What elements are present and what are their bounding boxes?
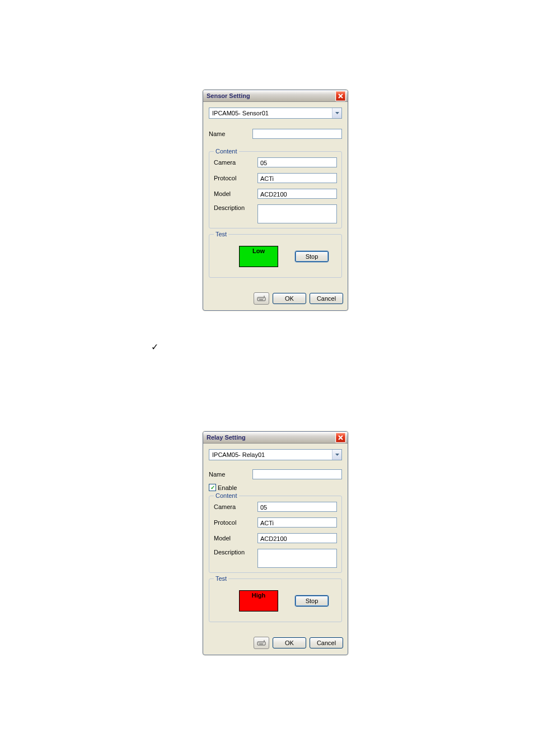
- model-label: Model: [214, 535, 257, 542]
- keyboard-icon: [257, 296, 266, 301]
- test-group: Test Low Stop: [209, 234, 342, 278]
- cancel-button[interactable]: Cancel: [310, 293, 343, 304]
- name-label: Name: [209, 130, 252, 137]
- protocol-value: ACTi: [257, 517, 337, 528]
- protocol-label: Protocol: [214, 519, 257, 526]
- protocol-value: ACTi: [257, 173, 337, 183]
- description-label: Description: [214, 549, 257, 556]
- titlebar[interactable]: Sensor Setting: [203, 90, 348, 102]
- model-value: ACD2100: [257, 189, 337, 199]
- dialog-title: Relay Setting: [207, 434, 246, 441]
- description-textarea[interactable]: [257, 204, 337, 223]
- camera-label: Camera: [214, 503, 257, 510]
- content-group: Content Camera 05 Protocol ACTi Model AC…: [209, 496, 342, 573]
- stop-button[interactable]: Stop: [295, 595, 329, 606]
- name-input[interactable]: [252, 129, 342, 139]
- close-icon: [338, 435, 343, 440]
- cancel-button[interactable]: Cancel: [310, 637, 343, 648]
- enable-checkbox[interactable]: ✓: [209, 484, 216, 491]
- model-value: ACD2100: [257, 533, 337, 543]
- titlebar[interactable]: Relay Setting: [203, 432, 348, 444]
- camera-value: 05: [257, 502, 337, 512]
- dropdown-arrow[interactable]: [332, 450, 341, 460]
- svg-rect-7: [257, 642, 265, 645]
- chevron-down-icon: [335, 112, 339, 114]
- stop-button[interactable]: Stop: [295, 251, 329, 262]
- test-status-text: High: [252, 592, 265, 599]
- sensor-selector-dropdown[interactable]: IPCAM05- Sensor01: [209, 108, 342, 119]
- relay-selector-value: IPCAM05- Relay01: [212, 451, 265, 458]
- check-icon: ✓: [210, 485, 215, 491]
- dialog-title: Sensor Setting: [207, 92, 250, 99]
- test-legend: Test: [214, 575, 228, 582]
- camera-label: Camera: [214, 159, 257, 166]
- dialog-footer: OK Cancel: [203, 633, 348, 655]
- chevron-down-icon: [335, 454, 339, 456]
- dropdown-arrow[interactable]: [332, 108, 341, 118]
- sensor-setting-dialog: Sensor Setting IPCAM05- Sensor01 Name Co…: [203, 90, 348, 311]
- description-textarea[interactable]: [257, 549, 337, 568]
- test-group: Test High Stop: [209, 578, 342, 622]
- checkmark-icon: ✓: [151, 342, 158, 352]
- dialog-footer: OK Cancel: [203, 289, 348, 310]
- close-icon: [338, 94, 343, 99]
- protocol-label: Protocol: [214, 175, 257, 181]
- enable-label: Enable: [218, 484, 237, 491]
- test-status-text: Low: [252, 248, 265, 254]
- content-group: Content Camera 05 Protocol ACTi Model AC…: [209, 151, 342, 228]
- keyboard-button[interactable]: [254, 637, 269, 649]
- svg-rect-0: [257, 297, 265, 301]
- model-label: Model: [214, 190, 257, 197]
- name-input[interactable]: [252, 469, 342, 479]
- camera-value: 05: [257, 157, 337, 167]
- test-legend: Test: [214, 231, 228, 237]
- test-status-indicator: Low: [239, 246, 278, 267]
- ok-button[interactable]: OK: [273, 293, 306, 304]
- keyboard-button[interactable]: [254, 292, 269, 305]
- content-legend: Content: [214, 148, 239, 155]
- keyboard-icon: [257, 640, 266, 646]
- sensor-selector-value: IPCAM05- Sensor01: [212, 110, 269, 116]
- close-button[interactable]: [335, 432, 346, 443]
- relay-setting-dialog: Relay Setting IPCAM05- Relay01 Name ✓ En…: [203, 431, 348, 655]
- test-status-indicator: High: [239, 590, 278, 612]
- close-button[interactable]: [335, 91, 346, 101]
- relay-selector-dropdown[interactable]: IPCAM05- Relay01: [209, 449, 342, 460]
- content-legend: Content: [214, 492, 239, 499]
- ok-button[interactable]: OK: [273, 637, 306, 648]
- description-label: Description: [214, 204, 257, 211]
- name-label: Name: [209, 471, 252, 478]
